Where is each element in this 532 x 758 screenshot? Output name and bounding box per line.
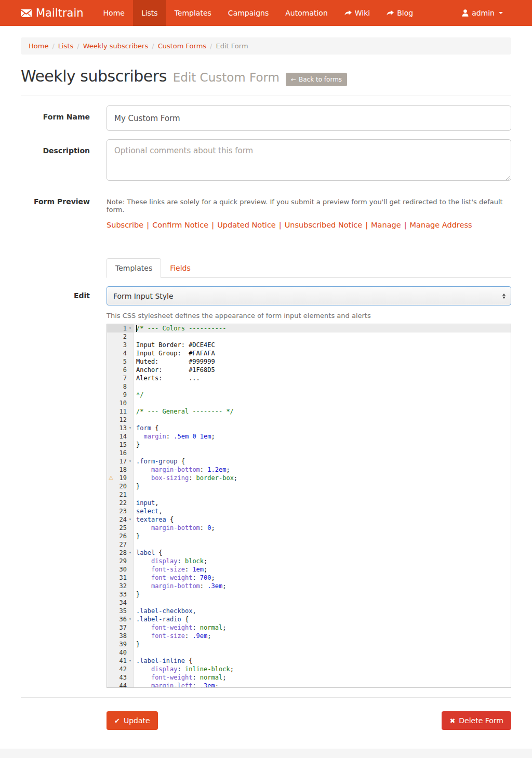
breadcrumb-link-custom-forms[interactable]: Custom Forms — [158, 42, 206, 50]
preview-link-subscribe[interactable]: Subscribe — [107, 221, 143, 229]
code-line[interactable]: } — [134, 590, 511, 599]
code-editor[interactable]: 1▾2345678910111213▾14151617▾18⚠192021222… — [107, 324, 511, 688]
code-line[interactable]: display: inline-block; — [134, 665, 511, 673]
tab-fields[interactable]: Fields — [161, 258, 200, 278]
gutter-line[interactable]: 1▾ — [107, 324, 134, 333]
code-line[interactable]: form { — [134, 424, 511, 432]
code-line[interactable]: /* --- General -------- */ — [134, 407, 511, 416]
code-line[interactable]: font-weight: normal; — [134, 673, 511, 682]
code-line[interactable]: font-weight: 700; — [134, 574, 511, 582]
code-line[interactable]: font-size: 1em; — [134, 565, 511, 574]
line-number: 10 — [119, 399, 127, 407]
gutter-line[interactable]: 24▾ — [107, 515, 134, 524]
form-name-input[interactable] — [107, 105, 511, 131]
preview-link-manage-address[interactable]: Manage Address — [410, 221, 472, 229]
code-line[interactable]: font-size: .9em; — [134, 632, 511, 640]
nav-item-home[interactable]: Home — [95, 0, 133, 26]
code-line[interactable]: .form-group { — [134, 457, 511, 466]
code-line[interactable]: box-sizing: border-box; — [134, 474, 511, 482]
fold-arrow-icon: ▾ — [127, 457, 134, 466]
code-token: ; — [222, 582, 226, 590]
code-line[interactable] — [134, 333, 511, 341]
code-line[interactable]: Input Group: #FAFAFA — [134, 349, 511, 357]
code-line[interactable]: Anchor: #1F68D5 — [134, 366, 511, 374]
code-line[interactable]: .label-checkbox, — [134, 607, 511, 615]
breadcrumb-link-weekly-subscribers[interactable]: Weekly subscribers — [83, 42, 149, 50]
code-line[interactable]: margin-left: .3em; — [134, 682, 511, 687]
code-line[interactable]: display: block; — [134, 557, 511, 565]
line-number: 25 — [119, 524, 127, 532]
code-line[interactable] — [134, 382, 511, 391]
code-line[interactable]: /* --- Colors ---------- — [134, 324, 511, 333]
code-line[interactable]: .label-radio { — [134, 615, 511, 623]
code-token — [136, 624, 151, 631]
code-line[interactable]: */ — [134, 391, 511, 399]
nav-item-blog[interactable]: Blog — [378, 0, 421, 26]
code-line[interactable]: } — [134, 532, 511, 540]
code-token: display — [151, 666, 178, 673]
code-line[interactable]: Input Border: #DCE4EC — [134, 341, 511, 349]
code-line[interactable]: } — [134, 640, 511, 648]
preview-link-updated-notice[interactable]: Updated Notice — [217, 221, 276, 229]
edit-template-select[interactable]: Form Input Style — [107, 286, 511, 305]
code-line[interactable]: } — [134, 482, 511, 490]
preview-link-manage[interactable]: Manage — [371, 221, 401, 229]
code-token: ; — [211, 433, 215, 440]
gutter-line[interactable]: 17▾ — [107, 457, 134, 466]
code-token: : — [192, 574, 200, 581]
preview-link-confirm-notice[interactable]: Confirm Notice — [152, 221, 208, 229]
breadcrumb-link-home[interactable]: Home — [29, 42, 48, 50]
code-line[interactable]: margin-bottom: 0; — [134, 524, 511, 532]
code-line[interactable]: .label-inline { — [134, 657, 511, 665]
back-to-forms-button[interactable]: ← Back to forms — [286, 73, 347, 86]
code-line[interactable]: textarea { — [134, 515, 511, 524]
code-line[interactable]: Muted: #999999 — [134, 357, 511, 366]
delete-form-button[interactable]: ✖ Delete Form — [442, 711, 511, 730]
code-line[interactable] — [134, 449, 511, 457]
nav-item-lists[interactable]: Lists — [133, 0, 166, 26]
select-stepper-icon — [502, 294, 506, 299]
gutter-line: 20 — [107, 482, 134, 490]
line-number: 36 — [119, 615, 127, 623]
nav-item-templates[interactable]: Templates — [166, 0, 220, 26]
code-token: ; — [204, 557, 207, 565]
code-line[interactable] — [134, 490, 511, 499]
gutter-line[interactable]: 13▾ — [107, 424, 134, 432]
tab-templates[interactable]: Templates — [107, 258, 161, 278]
description-label: Description — [21, 139, 107, 183]
code-line[interactable]: margin: .5em 0 1em; — [134, 432, 511, 441]
line-number: 27 — [119, 540, 127, 549]
gutter-line[interactable]: 41▾ — [107, 657, 134, 665]
gutter-line: 9 — [107, 391, 134, 399]
description-textarea[interactable] — [107, 139, 511, 181]
code-line[interactable]: Alerts: ... — [134, 374, 511, 382]
code-line[interactable]: select, — [134, 507, 511, 515]
line-number: 12 — [119, 416, 127, 424]
brand-logo[interactable]: Mailtrain — [21, 0, 95, 26]
code-line[interactable] — [134, 399, 511, 407]
preview-link-separator: | — [404, 221, 407, 229]
code-line[interactable]: font-weight: normal; — [134, 623, 511, 632]
preview-link-unsubscribed-notice[interactable]: Unsubscribed Notice — [285, 221, 363, 229]
code-token — [136, 524, 151, 531]
line-number: 19 — [119, 474, 127, 482]
nav-item-wiki[interactable]: Wiki — [336, 0, 378, 26]
code-line[interactable] — [134, 540, 511, 549]
update-button[interactable]: ✔ Update — [107, 711, 158, 730]
code-line[interactable]: label { — [134, 549, 511, 557]
line-number: 43 — [119, 673, 127, 682]
code-line[interactable]: margin-bottom: 1.2em; — [134, 466, 511, 474]
code-line[interactable] — [134, 648, 511, 657]
nav-item-campaigns[interactable]: Campaigns — [220, 0, 277, 26]
code-line[interactable] — [134, 416, 511, 424]
code-line[interactable]: margin-bottom: .3em; — [134, 582, 511, 590]
form-preview-label: Form Preview — [21, 196, 107, 229]
user-menu[interactable]: admin — [454, 0, 511, 26]
nav-item-automation[interactable]: Automation — [277, 0, 336, 26]
code-line[interactable]: input, — [134, 499, 511, 507]
code-line[interactable] — [134, 599, 511, 607]
gutter-line[interactable]: 28▾ — [107, 549, 134, 557]
code-line[interactable]: } — [134, 441, 511, 449]
gutter-line[interactable]: 36▾ — [107, 615, 134, 623]
breadcrumb-link-lists[interactable]: Lists — [58, 42, 74, 50]
